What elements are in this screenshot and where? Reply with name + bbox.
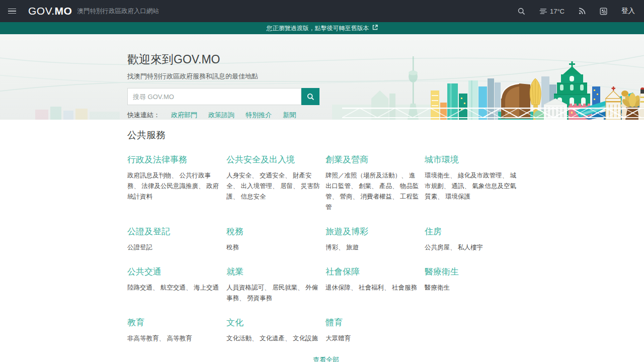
service-item-link[interactable]: 產品	[379, 183, 392, 190]
service-item-link[interactable]: 醫療衛生	[425, 284, 450, 291]
service-category-title[interactable]: 教育	[127, 317, 223, 328]
service-category-items: 博彩、 旅遊	[326, 242, 421, 253]
service-item-link[interactable]: 出入境管理	[240, 183, 272, 190]
service-category-items: 公共房屋、 私人樓宇	[425, 242, 520, 253]
service-category-title[interactable]: 公共交通	[127, 266, 223, 278]
weather-widget[interactable]: 17°C	[539, 8, 565, 15]
top-navbar: GOV.MO 澳門特別行政區政府入口網站 17°C 登入	[0, 0, 644, 22]
services-grid: 行政及法律事務政府訊息及刊物、 公共行政事務、 法律及公民意識推廣、 政府統計資…	[127, 154, 525, 344]
service-category-title[interactable]: 住房	[425, 226, 520, 237]
service-item-link[interactable]: 退休保障	[326, 284, 351, 291]
service-category-title[interactable]: 創業及營商	[326, 154, 421, 165]
service-item-link[interactable]: 居民就業	[272, 284, 297, 291]
service-item-link[interactable]: 交通安全	[260, 172, 285, 179]
service-item-link[interactable]: 法律及公民意識推廣	[141, 183, 198, 190]
service-category-title[interactable]: 行政及法律事務	[127, 154, 223, 165]
service-category: 城市環境環境衛生、 綠化及市政管理、 城市規劃、 通訊、 氣象信息及空氣質素、 …	[425, 154, 520, 213]
service-category-title[interactable]: 文化	[226, 317, 322, 328]
quick-links-label: 快速連結：	[127, 111, 160, 120]
service-category-items: 陸路交通、 航空交通、 海上交通	[127, 283, 223, 293]
logo-text-mo: MO	[55, 5, 72, 17]
service-item-link[interactable]: 牌照／准照（場所及活動）	[326, 172, 401, 179]
service-category-title[interactable]: 公共安全及出入境	[226, 154, 322, 165]
menu-icon[interactable]	[8, 7, 16, 16]
weather-mist-icon	[539, 8, 547, 14]
service-category-title[interactable]: 公證及登記	[127, 226, 223, 237]
service-category-title[interactable]: 社會保障	[326, 266, 421, 278]
view-all-link[interactable]: 查看全部	[313, 356, 339, 362]
service-category: 公證及登記公證登記	[127, 226, 223, 253]
navbar-actions: 17°C 登入	[518, 7, 635, 16]
service-item-link[interactable]: 文化遺產	[260, 335, 285, 342]
service-category-title[interactable]: 城市環境	[425, 154, 520, 165]
quick-link-policy-consultation[interactable]: 政策諮詢	[208, 111, 234, 120]
service-item-link[interactable]: 文化設施	[293, 335, 318, 342]
quick-links: 快速連結： 政府部門 政策諮詢 特別推介 新聞	[127, 111, 319, 120]
service-category: 旅遊及博彩博彩、 旅遊	[326, 226, 421, 253]
service-category-items: 人員資格認可、 居民就業、 外僱事務、 勞資事務	[226, 283, 322, 304]
notice-message: 您正瀏覽過渡版，點擊後可轉至舊版本	[267, 24, 369, 33]
search-submit-button[interactable]	[301, 88, 319, 105]
service-item-link[interactable]: 稅務	[226, 244, 239, 251]
search-icon[interactable]	[518, 8, 525, 15]
service-item-link[interactable]: 公證登記	[127, 244, 152, 251]
service-item-link[interactable]: 海上交通	[194, 284, 219, 291]
service-category: 稅務稅務	[226, 226, 322, 253]
service-category-items: 非高等教育、 高等教育	[127, 333, 223, 344]
mobile-app-icon[interactable]	[600, 8, 607, 15]
service-item-link[interactable]: 陸路交通	[127, 284, 152, 291]
govmo-logo[interactable]: GOV.MO	[28, 5, 72, 17]
service-item-link[interactable]: 私人樓宇	[458, 244, 483, 251]
service-item-link[interactable]: 文化活動	[226, 335, 252, 342]
service-item-link[interactable]: 環境衛生	[425, 172, 450, 179]
service-category-items: 醫療衛生	[425, 283, 520, 293]
service-item-link[interactable]: 非高等教育	[127, 335, 159, 342]
section-title: 公共服務	[127, 129, 644, 142]
rss-icon[interactable]	[579, 8, 586, 15]
macau-skyline-illustration	[332, 34, 644, 120]
service-category-items: 環境衛生、 綠化及市政管理、 城市規劃、 通訊、 氣象信息及空氣質素、 環境保護	[425, 170, 520, 202]
login-button[interactable]: 登入	[621, 7, 635, 16]
service-category-items: 牌照／准照（場所及活動）、 進出口監管、 創業、 產品、 物品監管、 營商、 消…	[326, 170, 421, 213]
site-subtitle: 澳門特別行政區政府入口網站	[77, 7, 159, 16]
service-category: 社會保障退休保障、 社會福利、 社會服務	[326, 266, 421, 304]
service-item-link[interactable]: 社會福利	[359, 284, 384, 291]
service-category-title[interactable]: 旅遊及博彩	[326, 226, 421, 237]
service-category: 體育大眾體育	[326, 317, 421, 344]
logo-text-gov: GOV.	[28, 5, 55, 17]
service-item-link[interactable]: 人員資格認可	[226, 284, 264, 291]
service-item-link[interactable]: 營商	[340, 193, 352, 200]
service-item-link[interactable]: 通訊	[451, 183, 464, 190]
service-item-link[interactable]: 航空交通	[160, 284, 186, 291]
service-item-link[interactable]: 政府訊息及刊物	[127, 172, 172, 179]
service-category-title[interactable]: 就業	[226, 266, 322, 278]
quick-link-highlights[interactable]: 特別推介	[246, 111, 272, 120]
service-item-link[interactable]: 人身安全	[226, 172, 252, 179]
service-item-link[interactable]: 博彩	[326, 244, 338, 251]
service-item-link[interactable]: 公共房屋	[425, 244, 450, 251]
service-item-link[interactable]: 創業	[359, 183, 371, 190]
service-item-link[interactable]: 環境保護	[445, 193, 470, 200]
service-item-link[interactable]: 綠化及市政管理	[458, 172, 502, 179]
service-item-link[interactable]: 社會服務	[392, 284, 417, 291]
service-category: 行政及法律事務政府訊息及刊物、 公共行政事務、 法律及公民意識推廣、 政府統計資…	[127, 154, 223, 213]
quick-link-departments[interactable]: 政府部門	[171, 111, 197, 120]
service-item-link[interactable]: 勞資事務	[247, 295, 272, 302]
service-category-title[interactable]: 醫療衛生	[425, 266, 520, 278]
service-item-link[interactable]: 旅遊	[346, 244, 359, 251]
version-notice-banner[interactable]: 您正瀏覽過渡版，點擊後可轉至舊版本	[0, 22, 644, 34]
service-item-link[interactable]: 信息安全	[240, 193, 266, 200]
service-item-link[interactable]: 大眾體育	[326, 335, 351, 342]
search-input[interactable]	[127, 88, 301, 105]
service-item-link[interactable]: 高等教育	[167, 335, 192, 342]
service-category-title[interactable]: 稅務	[226, 226, 322, 237]
temperature-value: 17°C	[550, 8, 565, 15]
service-item-link[interactable]: 消費者權益	[360, 193, 392, 200]
service-category-items: 政府訊息及刊物、 公共行政事務、 法律及公民意識推廣、 政府統計資料	[127, 170, 223, 202]
service-item-link[interactable]: 居留	[280, 183, 293, 190]
service-category: 醫療衛生醫療衛生	[425, 266, 520, 304]
quick-link-news[interactable]: 新聞	[283, 111, 296, 120]
service-category: 住房公共房屋、 私人樓宇	[425, 226, 520, 253]
skyline-faded-background	[332, 56, 440, 120]
service-category-title[interactable]: 體育	[326, 317, 421, 328]
